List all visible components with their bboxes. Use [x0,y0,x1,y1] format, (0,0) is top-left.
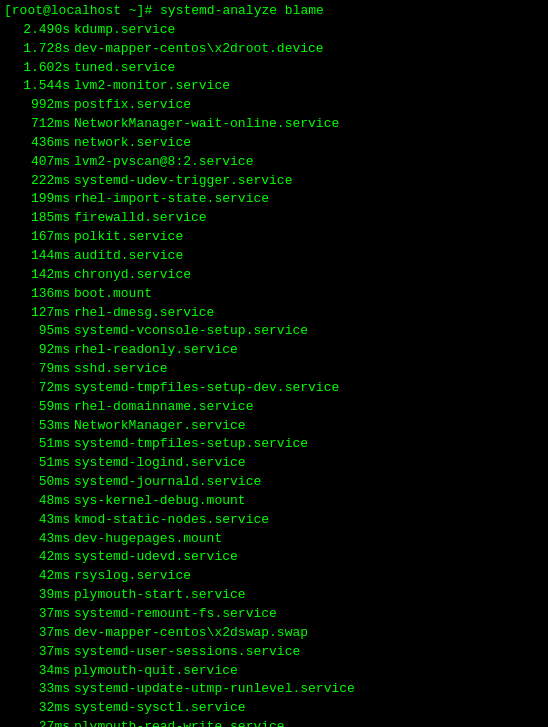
service-name: systemd-logind.service [74,454,246,473]
service-name: systemd-remount-fs.service [74,605,277,624]
time-value: 167ms [4,228,74,247]
service-name: auditd.service [74,247,183,266]
terminal-line: 185msfirewalld.service [4,209,544,228]
service-name: plymouth-start.service [74,586,246,605]
time-value: 51ms [4,454,74,473]
service-name: postfix.service [74,96,191,115]
terminal-line: 37msdev-mapper-centos\x2dswap.swap [4,624,544,643]
service-name: rsyslog.service [74,567,191,586]
time-value: 27ms [4,718,74,727]
service-name: chronyd.service [74,266,191,285]
terminal-line: 33mssystemd-update-utmp-runlevel.service [4,680,544,699]
time-value: 92ms [4,341,74,360]
time-value: 43ms [4,530,74,549]
terminal-line: 51mssystemd-logind.service [4,454,544,473]
service-name: rhel-readonly.service [74,341,238,360]
terminal-line: 136msboot.mount [4,285,544,304]
time-value: 37ms [4,643,74,662]
time-value: 185ms [4,209,74,228]
time-value: 127ms [4,304,74,323]
terminal-line: 50mssystemd-journald.service [4,473,544,492]
time-value: 43ms [4,511,74,530]
time-value: 79ms [4,360,74,379]
time-value: 2.490s [4,21,74,40]
prompt-line: [root@localhost ~]# systemd-analyze blam… [4,2,544,21]
time-value: 53ms [4,417,74,436]
terminal-line: 167mspolkit.service [4,228,544,247]
service-name: rhel-dmesg.service [74,304,214,323]
terminal-line: 1.728sdev-mapper-centos\x2droot.device [4,40,544,59]
terminal-line: 48mssys-kernel-debug.mount [4,492,544,511]
terminal-line: 95mssystemd-vconsole-setup.service [4,322,544,341]
time-value: 42ms [4,548,74,567]
time-value: 51ms [4,435,74,454]
terminal-line: 407mslvm2-pvscan@8:2.service [4,153,544,172]
terminal-line: 222mssystemd-udev-trigger.service [4,172,544,191]
service-name: sys-kernel-debug.mount [74,492,246,511]
time-value: 32ms [4,699,74,718]
time-value: 39ms [4,586,74,605]
time-value: 407ms [4,153,74,172]
service-name: systemd-udev-trigger.service [74,172,292,191]
time-value: 992ms [4,96,74,115]
terminal-line: 32mssystemd-sysctl.service [4,699,544,718]
terminal-line: 27msplymouth-read-write.service [4,718,544,727]
terminal-line: 436msnetwork.service [4,134,544,153]
service-name: dev-mapper-centos\x2droot.device [74,40,324,59]
service-name: dev-hugepages.mount [74,530,222,549]
time-value: 72ms [4,379,74,398]
terminal-line: 712msNetworkManager-wait-online.service [4,115,544,134]
service-name: systemd-sysctl.service [74,699,246,718]
terminal-line: 43msdev-hugepages.mount [4,530,544,549]
service-name: rhel-domainname.service [74,398,253,417]
time-value: 37ms [4,624,74,643]
time-value: 48ms [4,492,74,511]
service-name: sshd.service [74,360,168,379]
service-name: systemd-user-sessions.service [74,643,300,662]
terminal-line: 992mspostfix.service [4,96,544,115]
time-value: 59ms [4,398,74,417]
service-name: kmod-static-nodes.service [74,511,269,530]
service-name: systemd-journald.service [74,473,261,492]
terminal-line: 72mssystemd-tmpfiles-setup-dev.service [4,379,544,398]
terminal-line: 42msrsyslog.service [4,567,544,586]
terminal-line: 59msrhel-domainname.service [4,398,544,417]
service-name: systemd-tmpfiles-setup-dev.service [74,379,339,398]
terminal-line: 144msauditd.service [4,247,544,266]
time-value: 1.544s [4,77,74,96]
service-name: polkit.service [74,228,183,247]
time-value: 222ms [4,172,74,191]
service-name: plymouth-quit.service [74,662,238,681]
time-value: 712ms [4,115,74,134]
time-value: 436ms [4,134,74,153]
service-name: kdump.service [74,21,175,40]
terminal-line: 92msrhel-readonly.service [4,341,544,360]
service-name: systemd-vconsole-setup.service [74,322,308,341]
service-name: rhel-import-state.service [74,190,269,209]
terminal-line: 42mssystemd-udevd.service [4,548,544,567]
time-value: 142ms [4,266,74,285]
time-value: 144ms [4,247,74,266]
time-value: 50ms [4,473,74,492]
terminal-line: 34msplymouth-quit.service [4,662,544,681]
time-value: 37ms [4,605,74,624]
terminal-line: 43mskmod-static-nodes.service [4,511,544,530]
service-name: NetworkManager-wait-online.service [74,115,339,134]
time-value: 1.602s [4,59,74,78]
service-name: systemd-udevd.service [74,548,238,567]
time-value: 136ms [4,285,74,304]
service-name: boot.mount [74,285,152,304]
time-value: 1.728s [4,40,74,59]
terminal-line: 37mssystemd-user-sessions.service [4,643,544,662]
service-name: systemd-update-utmp-runlevel.service [74,680,355,699]
service-name: tuned.service [74,59,175,78]
terminal-line: 51mssystemd-tmpfiles-setup.service [4,435,544,454]
terminal-line: 2.490skdump.service [4,21,544,40]
terminal-line: 39msplymouth-start.service [4,586,544,605]
service-name: plymouth-read-write.service [74,718,285,727]
terminal-line: 79mssshd.service [4,360,544,379]
time-value: 95ms [4,322,74,341]
terminal-line: 37mssystemd-remount-fs.service [4,605,544,624]
service-name: dev-mapper-centos\x2dswap.swap [74,624,308,643]
service-name: systemd-tmpfiles-setup.service [74,435,308,454]
